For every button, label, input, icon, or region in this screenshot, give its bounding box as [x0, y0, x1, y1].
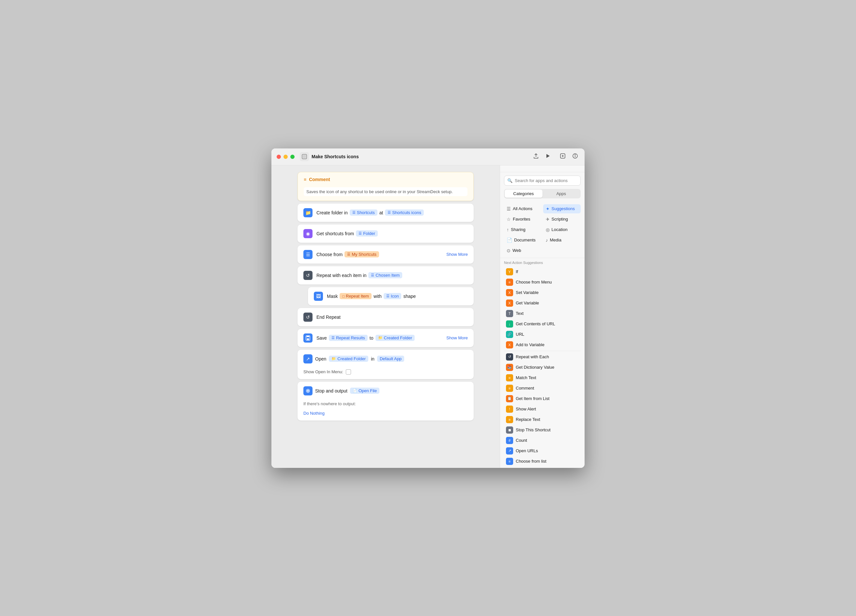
- action-create-folder: 📁 Create folder in ☰ Shortcuts at ☰ Shor…: [297, 203, 474, 222]
- get-shortcuts-prefix: Get shortcuts from: [316, 231, 354, 236]
- action-open: ↗ Open 📁 Created Folder in Default App S…: [297, 350, 474, 379]
- titlebar-actions: [532, 152, 552, 162]
- suggestions-icon: ✦: [546, 206, 550, 211]
- suggestion-get-item-list[interactable]: 📋 Get Item from List: [504, 393, 581, 404]
- cat-suggestions[interactable]: ✦ Suggestions: [543, 204, 581, 213]
- suggestion-get-variable[interactable]: X Get Variable: [504, 298, 581, 308]
- scripting-icon: ✈: [546, 217, 550, 222]
- cat-documents[interactable]: 📄 Documents: [504, 236, 542, 245]
- create-folder-content: Create folder in ☰ Shortcuts at ☰ Shortc…: [316, 209, 468, 216]
- cat-media[interactable]: ♪ Media: [543, 236, 581, 245]
- create-folder-middle: at: [379, 210, 383, 216]
- suggestion-replace-text[interactable]: ≡ Replace Text: [504, 414, 581, 425]
- mask-token1[interactable]: □ Repeat Item: [340, 293, 371, 299]
- suggestion-text[interactable]: T Text: [504, 308, 581, 319]
- action-repeat-each: ↺ Repeat with each item in ☰ Chosen Item: [297, 266, 474, 285]
- suggestion-url[interactable]: 🔗 URL: [504, 329, 581, 340]
- app-icon: [300, 152, 309, 161]
- minimize-button[interactable]: [283, 155, 288, 159]
- suggestion-show-alert[interactable]: ! Show Alert: [504, 404, 581, 414]
- cat-scripting[interactable]: ✈ Scripting: [543, 215, 581, 224]
- create-folder-token1[interactable]: ☰ Shortcuts: [350, 209, 377, 216]
- location-icon: ◎: [546, 227, 550, 232]
- suggestion-set-variable[interactable]: X Set Variable: [504, 288, 581, 298]
- suggestion-choose-from-menu[interactable]: ≡ Choose from Menu: [504, 277, 581, 288]
- cat-web[interactable]: ⊙ Web: [504, 246, 542, 255]
- action-comment: ≡ comment Saves the icon of any shortcut…: [297, 172, 474, 201]
- tab-apps[interactable]: Apps: [542, 189, 580, 198]
- if-icon: Y: [506, 268, 513, 276]
- save-show-more[interactable]: Show More: [446, 336, 468, 340]
- cat-favorites-label: Favorites: [513, 217, 530, 222]
- open-token2[interactable]: Default App: [377, 356, 404, 362]
- choose-from-prefix: Choose from: [316, 252, 343, 257]
- cat-location[interactable]: ◎ Location: [543, 225, 581, 234]
- choose-from-token[interactable]: ☰ My Shortcuts: [345, 251, 379, 257]
- get-shortcuts-content: Get shortcuts from ☰ Folder: [316, 230, 468, 237]
- suggestion-repeat-with-each[interactable]: ↺ Repeat with Each: [504, 352, 581, 362]
- create-folder-token2[interactable]: ☰ Shortcuts icons: [385, 209, 424, 216]
- stop-shortcut-icon: ⏹: [506, 427, 513, 434]
- titlebar: Make Shortcuts icons: [271, 148, 585, 165]
- get-item-label: Get Item from List: [516, 396, 550, 401]
- choose-menu-icon: ≡: [506, 279, 513, 286]
- suggestion-comment[interactable]: ≡ Comment: [504, 383, 581, 393]
- suggestion-get-dictionary[interactable]: 📚 Get Dictionary Value: [504, 362, 581, 373]
- traffic-lights: [277, 155, 294, 159]
- run-button[interactable]: [544, 152, 552, 161]
- get-shortcuts-token[interactable]: ☰ Folder: [356, 230, 378, 237]
- open-row: ↗ Open 📁 Created Folder in Default App: [303, 354, 468, 363]
- close-button[interactable]: [277, 155, 281, 159]
- cat-favorites[interactable]: ☆ Favorites: [504, 215, 542, 224]
- info-button[interactable]: [571, 152, 579, 162]
- show-open-in-menu-row: Show Open In Menu:: [303, 370, 351, 374]
- sidebar-actions: [559, 152, 579, 162]
- suggestion-stop-shortcut[interactable]: ⏹ Stop This Shortcut: [504, 425, 581, 435]
- suggestions-title: Next Action Suggestions: [504, 261, 581, 265]
- open-middle: in: [371, 356, 374, 362]
- action-mask: 🖼 Mask □ Repeat Item with ☰ Icon shape: [308, 287, 474, 305]
- svg-rect-13: [307, 390, 309, 391]
- suggestion-if[interactable]: Y If: [504, 266, 581, 277]
- search-input[interactable]: [504, 176, 581, 186]
- show-open-checkbox[interactable]: [346, 370, 351, 374]
- repeat-each-token[interactable]: ☰ Chosen Item: [368, 272, 402, 278]
- add-var-icon: X: [506, 341, 513, 348]
- comment-sug-label: Comment: [516, 386, 534, 391]
- choose-list-icon: ≡: [506, 458, 513, 465]
- tab-row: Categories Apps: [504, 189, 581, 199]
- show-open-label: Show Open In Menu:: [303, 370, 343, 374]
- mask-token2[interactable]: ☰ Icon: [383, 293, 402, 299]
- end-repeat-icon: ↺: [303, 313, 313, 322]
- favorites-icon: ☆: [507, 217, 511, 222]
- add-var-label: Add to Variable: [516, 342, 545, 347]
- suggestion-choose-from-list[interactable]: ≡ Choose from list: [504, 456, 581, 467]
- maximize-button[interactable]: [290, 155, 294, 159]
- mask-prefix: Mask: [327, 294, 338, 299]
- share-button[interactable]: [532, 152, 540, 162]
- suggestion-add-to-variable[interactable]: X Add to Variable: [504, 340, 581, 350]
- stop-sub-link[interactable]: Do Nothing: [303, 411, 325, 416]
- comment-header: ≡ comment: [304, 177, 330, 182]
- suggestion-open-urls[interactable]: ↗ Open URLs: [504, 446, 581, 456]
- suggestion-count[interactable]: # Count: [504, 435, 581, 446]
- choose-from-show-more[interactable]: Show More: [446, 252, 468, 257]
- open-token1[interactable]: 📁 Created Folder: [329, 356, 368, 362]
- cat-scripting-label: Scripting: [552, 217, 568, 222]
- save-token1[interactable]: ☰ Repeat Results: [329, 335, 368, 341]
- stop-token1[interactable]: 📄 Open File: [350, 388, 379, 394]
- save-token2[interactable]: 📁 Created Folder: [376, 335, 415, 341]
- cat-sharing[interactable]: ↑ Sharing: [504, 225, 542, 234]
- search-bar: 🔍: [504, 176, 581, 186]
- window-title: Make Shortcuts icons: [311, 154, 359, 159]
- suggestion-get-contents-url[interactable]: ↓ Get Contents of URL: [504, 319, 581, 329]
- create-folder-prefix: Create folder in: [316, 210, 348, 216]
- categories-grid: ☰ All Actions ✦ Suggestions ☆ Favorites …: [500, 202, 585, 258]
- cat-all-actions[interactable]: ☰ All Actions: [504, 204, 542, 213]
- action-end-repeat: ↺ End Repeat: [297, 308, 474, 326]
- search-icon: 🔍: [507, 178, 513, 183]
- tab-categories[interactable]: Categories: [505, 189, 542, 198]
- get-item-icon: 📋: [506, 395, 513, 402]
- add-action-button[interactable]: [559, 152, 567, 162]
- suggestion-match-text[interactable]: ≡ Match Text: [504, 373, 581, 383]
